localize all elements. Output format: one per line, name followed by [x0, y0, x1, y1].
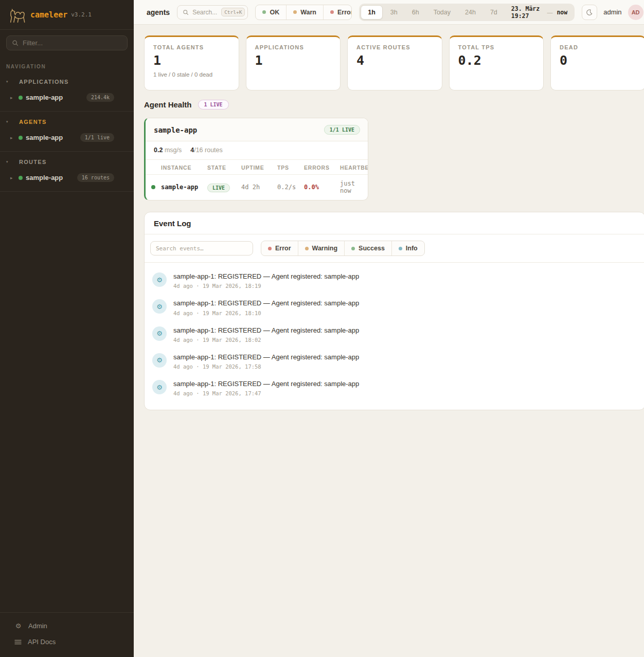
event-filter-warning[interactable]: Warning — [298, 241, 345, 256]
stat-card-dead: DEAD 0 — [550, 35, 644, 90]
time-range-24h[interactable]: 24h — [458, 5, 482, 20]
sidebar-item-admin[interactable]: ⚙ Admin — [0, 618, 134, 634]
status-dot — [19, 136, 23, 140]
list-icon — [14, 638, 22, 646]
msg-rate-unit: msg/s — [165, 147, 182, 154]
warn-dot-icon — [293, 10, 297, 14]
filter-ok-button[interactable]: OK — [256, 5, 286, 20]
stat-label: ACTIVE ROUTES — [356, 44, 433, 50]
app-name: cameleer — [30, 10, 67, 20]
sidebar-item-applications-sample-app[interactable]: ▸ sample-app 214.4k — [0, 90, 134, 105]
sidebar-footer-label: Admin — [28, 622, 47, 630]
event-title: sample-app-1: REGISTERED — Agent registe… — [173, 326, 359, 335]
error-dot-icon — [268, 247, 272, 250]
stat-label: TOTAL TPS — [458, 44, 535, 50]
event-filter-success[interactable]: Success — [344, 241, 391, 256]
stat-label: DEAD — [560, 44, 636, 50]
event-title: sample-app-1: REGISTERED — Agent registe… — [173, 299, 359, 307]
sidebar-section-agents: ▾ AGENTS ▸ sample-app 1/1 live — [0, 112, 134, 152]
sidebar-item-agents-sample-app[interactable]: ▸ sample-app 1/1 live — [0, 130, 134, 145]
agent-name: sample-app — [154, 126, 197, 134]
col-header-uptime: UPTIME — [241, 165, 277, 171]
event-filter-group: Error Warning Success Info — [261, 241, 425, 256]
chevron-down-icon: ▾ — [6, 160, 10, 164]
stat-card-active-routes: ACTIVE ROUTES 4 — [347, 35, 442, 90]
sidebar-footer: ⚙ Admin API Docs — [0, 612, 134, 657]
event-timestamp: 4d ago · 19 Mar 2026, 18:10 — [173, 310, 359, 316]
event-filter-error[interactable]: Error — [261, 241, 298, 256]
cell-heartbeat: just now — [340, 180, 365, 194]
time-range-3h[interactable]: 3h — [384, 5, 404, 20]
sidebar-item-badge: 1/1 live — [80, 133, 114, 142]
time-range-today[interactable]: Today — [427, 5, 457, 20]
filter-label: Error — [275, 245, 291, 252]
content: TOTAL AGENTS 1 1 live / 0 stale / 0 dead… — [134, 25, 644, 657]
live-count-badge: 1 LIVE — [198, 100, 229, 110]
stat-subtext: 1 live / 0 stale / 0 dead — [153, 71, 230, 78]
sidebar-filter — [6, 35, 128, 50]
sidebar-section-title: APPLICATIONS — [19, 79, 69, 85]
sidebar-section-title: AGENTS — [19, 119, 47, 125]
stat-value: 1 — [153, 53, 230, 68]
time-range-group: 1h 3h 6h Today 24h 7d 23. März 19:27 — n… — [359, 4, 575, 21]
sidebar-section-header-routes[interactable]: ▾ ROUTES — [0, 156, 134, 168]
list-item: ⚙ sample-app-1: REGISTERED — Agent regis… — [152, 321, 636, 348]
error-dot-icon — [330, 10, 334, 14]
global-search-input[interactable] — [192, 9, 218, 16]
time-range-6h[interactable]: 6h — [405, 5, 426, 20]
event-log-toolbar: Error Warning Success Info — [145, 234, 644, 263]
filter-warn-button[interactable]: Warn — [286, 5, 323, 20]
gear-icon: ⚙ — [152, 353, 167, 368]
filter-error-button[interactable]: Error — [323, 5, 352, 20]
col-header-errors: ERRORS — [304, 165, 340, 171]
event-filter-info[interactable]: Info — [391, 241, 424, 256]
event-search-input[interactable] — [156, 245, 247, 252]
time-range-1h[interactable]: 1h — [361, 5, 383, 20]
info-dot-icon — [399, 247, 402, 250]
event-title: sample-app-1: REGISTERED — Agent registe… — [173, 272, 359, 281]
filter-label: Info — [406, 245, 418, 252]
time-range-7d[interactable]: 7d — [484, 5, 504, 20]
shortcut-hint: Ctrl+K — [221, 8, 245, 16]
sidebar-item-api-docs[interactable]: API Docs — [0, 634, 134, 650]
sidebar-section-header-agents[interactable]: ▾ AGENTS — [0, 116, 134, 127]
event-title: sample-app-1: REGISTERED — Agent registe… — [173, 380, 359, 388]
event-log-title: Event Log — [154, 219, 636, 228]
chevron-right-icon: ▸ — [10, 135, 15, 140]
cell-uptime: 4d 2h — [241, 184, 277, 191]
col-header-state: STATE — [207, 165, 241, 171]
success-dot-icon — [351, 247, 355, 250]
status-dot — [19, 96, 23, 100]
theme-toggle-button[interactable] — [582, 5, 597, 20]
gear-icon: ⚙ — [152, 380, 167, 394]
list-item: ⚙ sample-app-1: REGISTERED — Agent regis… — [152, 294, 636, 321]
event-timestamp: 4d ago · 19 Mar 2026, 18:02 — [173, 337, 359, 343]
time-display: 23. März 19:27 — now — [511, 5, 567, 20]
sidebar-section-title: ROUTES — [19, 159, 47, 165]
search-icon — [12, 40, 19, 46]
agent-live-badge: 1/1 LIVE — [324, 125, 360, 135]
sidebar-section-header-applications[interactable]: ▾ APPLICATIONS — [0, 76, 134, 87]
main-area: agents Ctrl+K OK Warn Error 1h 3h 6h — [134, 0, 644, 657]
status-filter-group: OK Warn Error — [255, 5, 352, 20]
event-timestamp: 4d ago · 19 Mar 2026, 17:58 — [173, 363, 359, 370]
sidebar-item-routes-sample-app[interactable]: ▸ sample-app 16 routes — [0, 170, 134, 185]
cell-instance: sample-app — [161, 184, 207, 191]
event-timestamp: 4d ago · 19 Mar 2026, 18:19 — [173, 283, 359, 289]
agent-health-heading: Agent Health 1 LIVE — [144, 100, 644, 110]
ok-dot-icon — [262, 10, 266, 14]
event-timestamp: 4d ago · 19 Mar 2026, 17:47 — [173, 390, 359, 396]
chevron-down-icon: ▾ — [6, 120, 10, 124]
sidebar-filter-input[interactable] — [23, 39, 122, 47]
msg-rate-value: 0.2 — [154, 147, 163, 154]
avatar[interactable]: AD — [628, 5, 643, 20]
filter-label: Warning — [312, 245, 338, 252]
gear-icon: ⚙ — [152, 299, 167, 314]
agent-card-header[interactable]: sample-app 1/1 LIVE — [146, 118, 368, 141]
list-item: ⚙ sample-app-1: REGISTERED — Agent regis… — [152, 267, 636, 294]
table-row[interactable]: sample-app LIVE 4d 2h 0.2/s 0.0% just no… — [146, 174, 368, 200]
stat-card-applications: APPLICATIONS 1 — [246, 35, 341, 90]
list-item: ⚙ sample-app-1: REGISTERED — Agent regis… — [152, 375, 636, 402]
instance-table-header: INSTANCE STATE UPTIME TPS ERRORS HEARTBE… — [146, 160, 368, 174]
status-dot — [151, 185, 155, 189]
